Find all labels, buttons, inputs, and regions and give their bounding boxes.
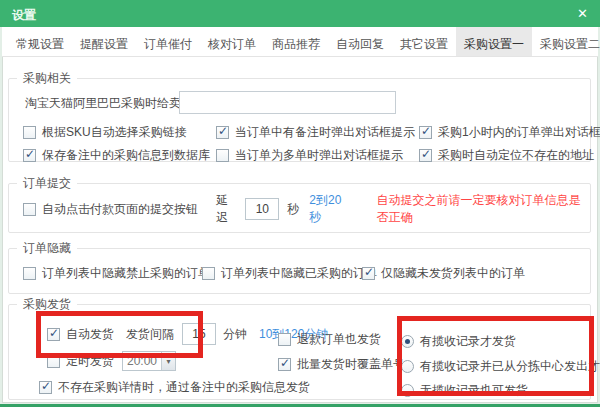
tab-reminder-settings[interactable]: 提醒设置 (72, 27, 136, 56)
timed-ship-time-value: 20:00 (123, 354, 161, 368)
checkbox-icon (419, 126, 432, 139)
checkbox-save-remark-db[interactable]: 保存备注中的采购信息到数据库 (23, 147, 210, 164)
checkbox-icon (23, 203, 36, 216)
checkbox-hide-forbidden-orders[interactable]: 订单列表中隐藏禁止采购的订单 (23, 265, 210, 282)
radio-icon (401, 335, 414, 348)
checkbox-auto-click-submit[interactable]: 自动点击付款页面的提交按钮 (23, 201, 198, 218)
delay-label: 延迟 (216, 192, 237, 226)
ship-interval-unit: 分钟 (223, 326, 247, 343)
checkbox-icon (47, 328, 60, 341)
delay-unit: 秒 (287, 201, 299, 218)
close-icon[interactable]: ✕ (577, 6, 588, 21)
radio-icon (401, 384, 414, 397)
section-title: 采购相关 (17, 70, 77, 87)
delay-range-hint: 2到20秒 (309, 192, 348, 226)
tab-bar: 常规设置 提醒设置 订单催付 核对订单 商品推荐 自动回复 其它设置 采购设置一… (2, 27, 598, 57)
checkbox-multi-order-dialog[interactable]: 当订单为多单时弹出对话框提示 (216, 147, 403, 164)
window-title: 设置 (12, 7, 36, 24)
checkbox-batch-overwrite-tracking[interactable]: 批量发货时覆盖单号 (278, 356, 405, 373)
checkbox-timed-ship[interactable]: 定时发货 (47, 353, 114, 370)
spinner-dropdown-icon[interactable]: ▾ (161, 352, 175, 370)
checkbox-icon (278, 333, 291, 346)
checkbox-icon (23, 126, 36, 139)
tab-purchase-settings-2[interactable]: 采购设置二 (532, 27, 600, 56)
submit-warning-text: 自动提交之前请一定要核对订单信息是否正确 (377, 192, 590, 226)
delay-input[interactable] (245, 198, 279, 220)
section-purchase-ship: 采购发货 自动发货 发货间隔 分钟 10到120分钟 退款订单也发货 有揽收记录… (8, 304, 591, 400)
ship-interval-label: 发货间隔 (126, 326, 174, 343)
section-title: 订单隐藏 (17, 240, 77, 257)
checkbox-icon (419, 149, 432, 162)
section-order-submit: 订单提交 自动点击付款页面的提交按钮 延迟 秒 2到20秒 自动提交之前请一定要… (8, 183, 591, 233)
checkbox-icon (202, 267, 215, 280)
tab-general-settings[interactable]: 常规设置 (8, 27, 72, 56)
checkbox-refund-also-ship[interactable]: 退款订单也发货 (278, 331, 381, 348)
radio-ship-without-pickup-record[interactable]: 无揽收记录也可发货 (401, 382, 528, 399)
tab-product-recommend[interactable]: 商品推荐 (264, 27, 328, 56)
ship-interval-input[interactable] (182, 323, 216, 345)
checkbox-icon (23, 267, 36, 280)
tab-purchase-settings-1[interactable]: 采购设置一 (456, 27, 532, 56)
checkbox-icon (216, 126, 229, 139)
section-purchase-related: 采购相关 淘宝天猫阿里巴巴采购时给卖家留言 根据SKU自动选择采购链接 当订单中… (8, 78, 591, 162)
checkbox-ship-by-remark-info[interactable]: 不存在采购详情时，通过备注中的采购信息发货 (39, 379, 310, 396)
seller-message-input[interactable] (179, 91, 396, 114)
checkbox-auto-ship[interactable]: 自动发货 (47, 326, 114, 343)
radio-icon (401, 360, 414, 373)
checkbox-sku-auto-link[interactable]: 根据SKU自动选择采购链接 (23, 124, 187, 141)
checkbox-icon (39, 381, 52, 394)
tab-auto-reply[interactable]: 自动回复 (328, 27, 392, 56)
timed-ship-time-spinner[interactable]: 20:00 ▾ (122, 351, 176, 371)
section-title: 订单提交 (17, 175, 77, 192)
checkbox-hide-only-unshipped[interactable]: 仅隐藏未发货列表中的订单 (362, 265, 525, 282)
tab-order-check[interactable]: 核对订单 (200, 27, 264, 56)
section-title: 采购发货 (17, 296, 77, 313)
radio-ship-after-sorting-center[interactable]: 有揽收记录并已从分拣中心发出才发货 (401, 358, 600, 375)
checkbox-icon (47, 355, 60, 368)
checkbox-1hour-dialog[interactable]: 采购1小时内的订单弹出对话框提示 (419, 124, 600, 141)
checkbox-icon (278, 358, 291, 371)
section-order-hide: 订单隐藏 订单列表中隐藏禁止采购的订单 订单列表中隐藏已采购的订单 仅隐藏未发货… (8, 248, 591, 294)
tab-order-payment-reminder[interactable]: 订单催付 (136, 27, 200, 56)
tab-other-settings[interactable]: 其它设置 (392, 27, 456, 56)
checkbox-icon (23, 149, 36, 162)
checkbox-hide-purchased-orders[interactable]: 订单列表中隐藏已采购的订单 (202, 265, 377, 282)
title-bar: 设置 ✕ (0, 0, 600, 27)
radio-ship-with-pickup-record[interactable]: 有揽收记录才发货 (401, 333, 516, 350)
checkbox-auto-locate-address[interactable]: 采购时自动定位不存在的地址 (419, 147, 594, 164)
settings-dialog: 设置 ✕ 常规设置 提醒设置 订单催付 核对订单 商品推荐 自动回复 其它设置 … (0, 0, 600, 407)
checkbox-icon (362, 267, 375, 280)
checkbox-remark-dialog[interactable]: 当订单中有备注时弹出对话框提示 (216, 124, 415, 141)
checkbox-icon (216, 149, 229, 162)
